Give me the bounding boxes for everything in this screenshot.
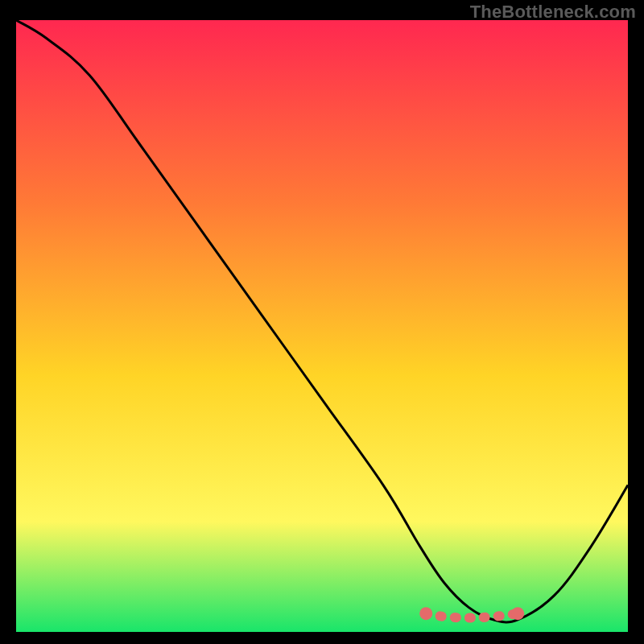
watermark-text: TheBottleneck.com bbox=[470, 2, 636, 23]
chart-plot bbox=[16, 20, 628, 632]
chart-frame: TheBottleneck.com bbox=[0, 0, 644, 644]
chart-svg bbox=[16, 20, 628, 632]
optimal-zone-marker bbox=[426, 613, 518, 617]
gradient-background bbox=[16, 20, 628, 632]
optimal-endpoint-dot bbox=[511, 607, 524, 620]
optimal-endpoint-dot bbox=[419, 607, 432, 620]
